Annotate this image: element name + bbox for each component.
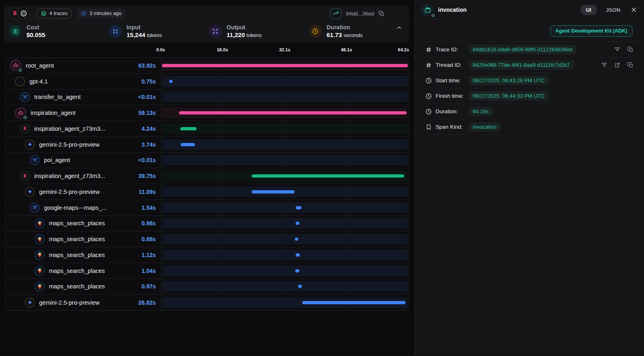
axis-tick-label: 48.1s: [341, 47, 352, 52]
external-link-icon[interactable]: [614, 62, 620, 68]
adk-mini-badge-icon: [17, 67, 23, 73]
span-name: maps_search_places: [49, 236, 105, 242]
trace-row[interactable]: gemini-2.5-pro-preview 26.82s: [6, 294, 408, 310]
timeline-track: [162, 266, 407, 276]
dollar-icon: [9, 25, 22, 37]
hash-icon: [425, 46, 432, 53]
maps-pin-icon: [35, 250, 44, 260]
invocation-icon: [421, 4, 434, 16]
field-label: Span Kind:: [436, 124, 469, 130]
field-label: Duration:: [436, 108, 469, 114]
trace-row-timeline: [161, 247, 408, 263]
timeline-bar: [298, 285, 302, 288]
stat-output-label: Output: [227, 24, 262, 31]
trace-row[interactable]: inspiration_agent 59.13s: [6, 105, 408, 121]
trace-row[interactable]: maps_search_places 0.88s: [6, 231, 408, 247]
trace-row[interactable]: poi_agent <0.01s: [6, 153, 408, 169]
close-icon[interactable]: [630, 6, 637, 13]
adk-mini-badge-icon: [430, 12, 436, 18]
field-actions: [601, 62, 633, 68]
stat-cost-label: Cost: [27, 24, 45, 31]
clock-icon: [425, 93, 432, 99]
span-name: gpt-4.1: [29, 78, 48, 85]
clock-icon: [425, 77, 432, 84]
trace-row[interactable]: google-maps---maps_... 1.54s: [6, 200, 408, 216]
traces-count-badge[interactable]: 4 traces: [36, 9, 72, 19]
trace-row[interactable]: gemini-2.5-pro-preview 11.09s: [6, 184, 408, 200]
span-fields: Trace ID: 84dd1616-0de8-d609-68f9-311226…: [415, 42, 644, 135]
maps-pin-icon: [35, 218, 44, 228]
trace-row[interactable]: maps_search_places 1.12s: [6, 247, 408, 263]
axis-tick-label: 32.1s: [279, 47, 290, 52]
trace-row[interactable]: inspiration_agent_z73m3... 4.24s: [6, 121, 408, 137]
stat-duration-unit: seconds: [343, 33, 363, 38]
trace-row[interactable]: maps_search_places 0.97s: [6, 279, 408, 295]
agent-icon: [10, 60, 21, 71]
trace-age-label: 3 minutes ago: [89, 11, 122, 16]
field-value[interactable]: invocation: [469, 122, 501, 132]
copy-icon[interactable]: [627, 46, 633, 53]
filter-icon[interactable]: [601, 62, 607, 68]
trace-row[interactable]: maps_search_places 1.04s: [6, 263, 408, 279]
span-duration: 39.75s: [135, 173, 156, 179]
field-value[interactable]: 84dd1616-0de8-d609-68f9-3112264b36ed: [469, 45, 576, 54]
span-name: poi_agent: [44, 157, 70, 163]
timeline-bar: [181, 143, 195, 146]
span-name: transfer_to_agent: [34, 94, 81, 100]
stat-cost-value: $0.055: [27, 31, 45, 38]
trace-row-timeline: [161, 168, 408, 184]
maps-pin-icon: [35, 266, 44, 276]
trace-id-short: 84dd...36ed: [346, 11, 374, 17]
field-value[interactable]: 06/27/2025, 06:43:28 PM UTC: [469, 76, 549, 85]
stat-input-value: 15,244: [126, 31, 145, 38]
trace-waterfall-table: root_agent 63.92s gpt-4.1 0.75s transfer…: [6, 57, 409, 311]
clock-icon: [309, 25, 322, 37]
stat-duration-value: 61.73: [327, 31, 342, 38]
trace-row-timeline: [161, 74, 408, 89]
stat-output-value: 11,220: [227, 31, 245, 38]
trace-chart-button[interactable]: [330, 8, 341, 19]
field-value[interactable]: 06/27/2025, 06:44:33 PM UTC: [469, 91, 549, 101]
span-name: maps_search_places: [49, 220, 105, 226]
trace-row-timeline: [161, 184, 408, 200]
trace-row[interactable]: gemini-2.5-pro-preview 3.74s: [6, 137, 408, 153]
stat-input-unit: tokens: [147, 33, 162, 38]
trace-row-label: google-maps---maps_... 1.54s: [6, 200, 161, 215]
tab-json[interactable]: JSON: [600, 5, 626, 15]
trace-row[interactable]: maps_search_places 0.98s: [6, 216, 408, 232]
clock-icon: [425, 108, 432, 115]
maps-pin-icon: [35, 234, 44, 244]
field-value[interactable]: 8425e068-77de-4f41-8aa9-d1111fc7d2b7: [469, 60, 574, 70]
chevron-up-icon[interactable]: [396, 24, 403, 31]
timeline-bar: [295, 269, 299, 272]
detail-field-row: Finish time: 06/27/2025, 06:44:33 PM UTC: [415, 88, 644, 104]
field-label: Finish time:: [436, 93, 469, 99]
span-name: gemini-2.5-pro-preview: [39, 189, 100, 195]
trace-row[interactable]: root_agent 63.92s: [6, 58, 408, 74]
axis-tick-label: 64.2s: [398, 47, 409, 52]
tab-ui[interactable]: UI: [580, 5, 597, 15]
timeline-bar: [302, 301, 405, 304]
trace-row-label: inspiration_agent_z73m3... 39.75s: [6, 168, 161, 184]
timeline-bar: [296, 222, 299, 225]
field-value[interactable]: 64.19s: [469, 107, 493, 116]
span-duration: 0.75s: [138, 78, 156, 85]
trace-row[interactable]: gpt-4.1 0.75s: [6, 74, 408, 90]
openai-icon: [15, 77, 25, 86]
span-duration: 0.97s: [138, 283, 156, 290]
trace-id-reference: 84dd...36ed: [330, 8, 385, 19]
timeline-track: [162, 250, 407, 260]
trace-view: 4 traces 3 minutes ago 84dd...36ed Cost …: [0, 0, 414, 356]
framework-badge[interactable]: Agent Development Kit (ADK): [550, 25, 633, 37]
trace-row-label: root_agent 63.92s: [6, 58, 161, 73]
trace-row[interactable]: transfer_to_agent <0.01s: [6, 90, 408, 105]
copy-icon[interactable]: [627, 62, 633, 68]
filter-icon[interactable]: [614, 46, 620, 53]
copy-icon[interactable]: [378, 11, 385, 17]
trace-row-label: gemini-2.5-pro-preview 3.74s: [6, 137, 161, 152]
trace-rows: root_agent 63.92s gpt-4.1 0.75s transfer…: [6, 58, 408, 310]
trace-row[interactable]: inspiration_agent_z73m3... 39.75s: [6, 168, 408, 184]
trace-row-timeline: [161, 294, 408, 310]
span-name: maps_search_places: [49, 283, 105, 290]
axis-tick-label: 16.0s: [217, 47, 228, 52]
